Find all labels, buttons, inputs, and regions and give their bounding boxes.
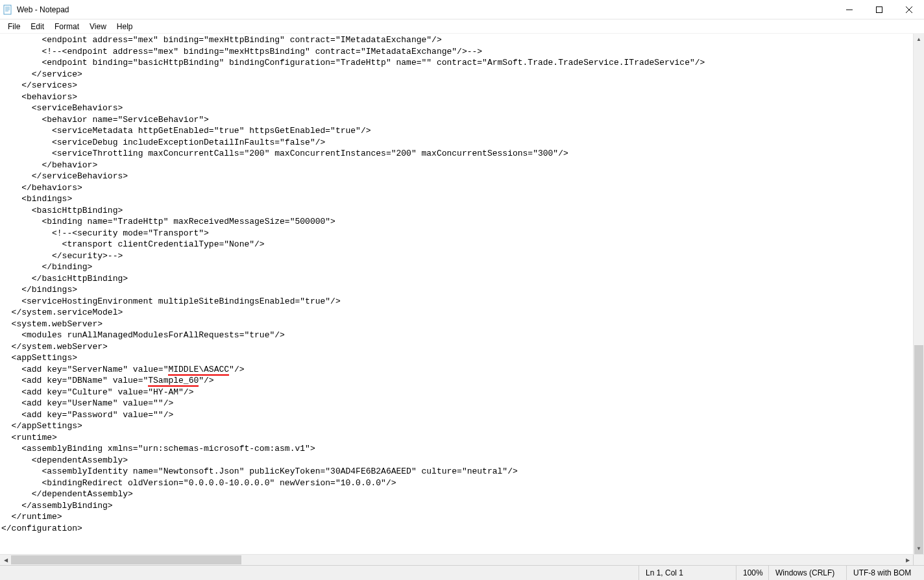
- svg-rect-6: [877, 6, 882, 12]
- horizontal-scrollbar[interactable]: ◀ ▶: [0, 554, 924, 565]
- status-encoding: UTF-8 with BOM: [846, 566, 924, 580]
- window-title: Web - Notepad: [17, 5, 834, 14]
- scroll-down-arrow-icon[interactable]: ▼: [914, 543, 924, 554]
- app-icon: [3, 5, 13, 15]
- editor-area: <endpoint address="mex" binding="mexHttp…: [0, 34, 924, 554]
- vertical-scrollbar[interactable]: ▲ ▼: [913, 34, 924, 554]
- vertical-scroll-thumb[interactable]: [914, 345, 923, 554]
- horizontal-scroll-thumb[interactable]: [11, 555, 241, 564]
- text-editor[interactable]: <endpoint address="mex" binding="mexHttp…: [0, 34, 913, 554]
- scroll-up-arrow-icon[interactable]: ▲: [914, 34, 924, 45]
- horizontal-scroll-track[interactable]: [11, 555, 902, 565]
- minimize-button[interactable]: [834, 0, 864, 19]
- status-position: Ln 1, Col 1: [638, 566, 736, 580]
- scroll-right-arrow-icon[interactable]: ▶: [902, 557, 913, 563]
- maximize-button[interactable]: [864, 0, 894, 19]
- menu-format[interactable]: Format: [49, 21, 84, 32]
- status-line-ending: Windows (CRLF): [768, 566, 846, 580]
- window-controls: [834, 0, 924, 19]
- scroll-left-arrow-icon[interactable]: ◀: [0, 557, 11, 563]
- menu-file[interactable]: File: [3, 21, 25, 32]
- status-zoom: 100%: [736, 566, 768, 580]
- menubar: File Edit Format View Help: [0, 19, 924, 34]
- titlebar: Web - Notepad: [0, 0, 924, 19]
- close-button[interactable]: [894, 0, 924, 19]
- menu-help[interactable]: Help: [112, 21, 138, 32]
- scroll-corner: [913, 555, 924, 565]
- menu-view[interactable]: View: [84, 21, 112, 32]
- menu-edit[interactable]: Edit: [25, 21, 49, 32]
- statusbar: Ln 1, Col 1 100% Windows (CRLF) UTF-8 wi…: [0, 565, 924, 580]
